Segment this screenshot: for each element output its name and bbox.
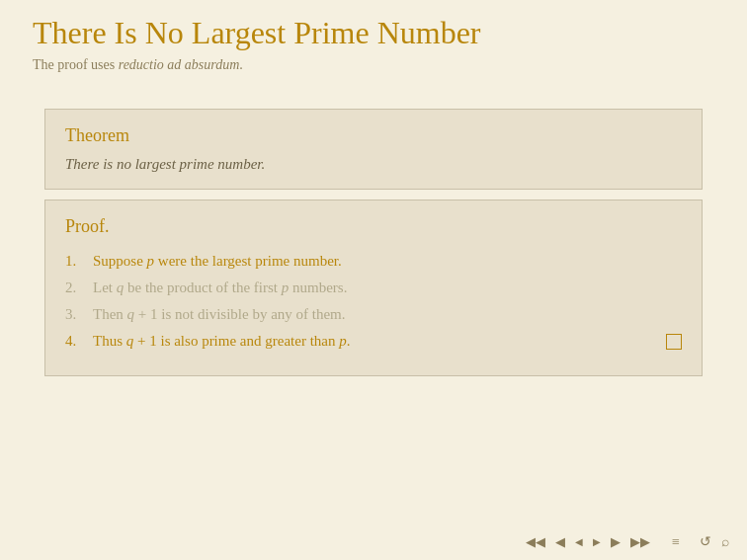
nav-prev-small[interactable]: ◀ [572,534,586,549]
nav-refresh[interactable]: ↺ [697,531,714,552]
step-number-4: 4. [65,333,93,350]
step-text-4: Thus q + 1 is also prime and greater tha… [93,333,350,350]
proof-step-1: 1. Suppose p were the largest prime numb… [65,253,682,270]
content-area: Theorem There is no largest prime number… [44,109,703,376]
nav-next-last[interactable]: ▶▶ [627,532,653,552]
theorem-title: Theorem [65,125,682,146]
theorem-text: There is no largest prime number. [65,156,682,173]
step-number-2: 2. [65,280,93,296]
nav-prev-first[interactable]: ◀◀ [523,532,548,552]
subtitle: The proof uses reductio ad absurdum. [33,57,243,73]
nav-next[interactable]: ▶ [608,532,623,552]
nav-search[interactable]: ⌕ [718,532,732,552]
proof-step-4: 4. Thus q + 1 is also prime and greater … [65,333,682,350]
proof-title: Proof. [65,216,682,237]
step-text-3: Then q + 1 is not divisible by any of th… [93,306,346,323]
nav-next-small[interactable]: ▶ [590,534,604,549]
navigation-bar: ◀◀ ◀ ◀ ▶ ▶ ▶▶ ≡ ↺ ⌕ [523,531,732,552]
proof-box: Proof. 1. Suppose p were the largest pri… [44,200,703,376]
nav-prev[interactable]: ◀ [552,532,568,552]
page-title: There Is No Largest Prime Number [33,15,481,51]
proof-step-2: 2. Let q be the product of the first p n… [65,280,682,296]
step-text-2: Let q be the product of the first p numb… [93,280,347,296]
proof-step-3: 3. Then q + 1 is not divisible by any of… [65,306,682,323]
step-text-1: Suppose p were the largest prime number. [93,253,342,270]
proof-list: 1. Suppose p were the largest prime numb… [65,253,682,350]
theorem-box: Theorem There is no largest prime number… [44,109,703,190]
step-number-1: 1. [65,253,93,270]
checkbox-icon [666,334,682,350]
nav-menu[interactable]: ≡ [669,532,683,552]
step-number-3: 3. [65,306,93,323]
